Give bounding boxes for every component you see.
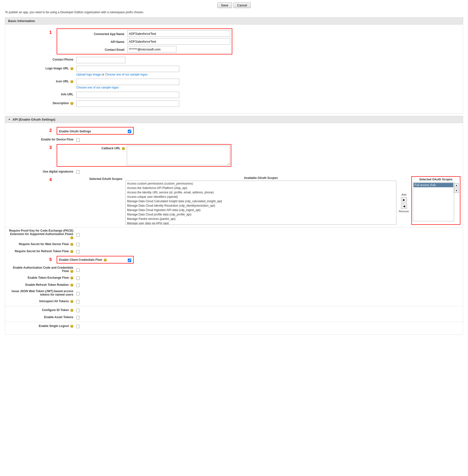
contact-phone-input[interactable] xyxy=(76,57,125,63)
icon-url-input[interactable] xyxy=(76,79,179,85)
selected-scope-item[interactable]: Full access (full) xyxy=(413,183,453,187)
device-flow-row: Enable for Device Flow xyxy=(5,137,463,142)
scope-item[interactable]: Access unique user identifiers (openid) xyxy=(126,195,396,199)
scope-scroll-down-button[interactable]: ▼ xyxy=(454,188,459,193)
basic-info-red-box: Connected App Name API Name Contact Emai… xyxy=(57,28,232,55)
basic-info-section-body: 1 Connected App Name API Name Contact Em… xyxy=(5,25,463,113)
enable-asset-checkbox[interactable] xyxy=(76,316,80,319)
introspect-all-row: Introspect All Tokens ? xyxy=(5,299,463,303)
single-logout-label: Enable Single Logout ? xyxy=(8,324,76,328)
pkce-label: Require Proof Key for Code Exchange (PKC… xyxy=(8,229,76,239)
scope-item[interactable]: Manage Data Cloud profile data (cdp_prof… xyxy=(126,212,396,217)
connected-app-name-label: Connected App Name xyxy=(58,31,127,36)
scope-item[interactable]: Manage Data Cloud Calculated Insight dat… xyxy=(126,199,396,203)
divider-3 xyxy=(5,322,463,322)
auth-code-checkbox[interactable] xyxy=(76,268,80,272)
available-scopes-title: Available OAuth Scopes xyxy=(125,176,396,180)
enable-oauth-checkbox[interactable] xyxy=(128,130,131,133)
device-flow-checkbox[interactable] xyxy=(76,138,80,142)
oauth-scopes-row: 4 Selected OAuth Scopes Available OAuth … xyxy=(5,176,463,225)
sample-logos-link-1[interactable]: Choose one of our sample logos xyxy=(105,73,147,76)
icon-url-row: Icon URL ? Choose one of our sample logo… xyxy=(5,79,463,89)
digital-signatures-checkbox[interactable] xyxy=(76,170,80,174)
token-exchange-help-icon[interactable]: ? xyxy=(70,277,73,280)
refresh-rotation-help-icon[interactable]: ? xyxy=(70,284,73,287)
remove-scope-button[interactable]: ◀ xyxy=(401,203,407,209)
collapse-triangle[interactable]: ▼ xyxy=(8,118,11,121)
logo-url-help-icon[interactable]: ? xyxy=(70,67,73,70)
require-secret-refresh-help-icon[interactable]: ? xyxy=(70,250,73,253)
issue-jwt-checkbox[interactable] xyxy=(76,292,80,295)
digital-signatures-row: Use digital signatures xyxy=(5,169,463,174)
annotation-1: 1 xyxy=(49,30,52,35)
configure-id-row: Configure ID Token ? xyxy=(5,308,463,312)
logo-url-input[interactable] xyxy=(76,66,179,72)
logo-url-label: Logo Image URL ? xyxy=(8,66,76,70)
require-secret-refresh-row: Require Secret for Refresh Token Flow ? xyxy=(5,249,463,253)
available-scopes-list[interactable]: Access custom permissions (custom_permis… xyxy=(125,181,396,225)
require-secret-web-checkbox[interactable] xyxy=(76,243,80,246)
save-button[interactable]: Save xyxy=(217,2,232,8)
token-exchange-checkbox[interactable] xyxy=(76,277,80,280)
enable-oauth-red-box: Enable OAuth Settings xyxy=(57,127,134,135)
scope-scroll-arrows: ▲ ▼ xyxy=(454,182,459,221)
require-secret-web-help-icon[interactable]: ? xyxy=(70,243,73,246)
contact-email-input[interactable] xyxy=(127,46,176,53)
description-help-icon[interactable]: ? xyxy=(70,102,73,105)
configure-id-help-icon[interactable]: ? xyxy=(70,309,73,312)
selected-scopes-area: Full access (full) ▲ ▼ xyxy=(413,182,459,221)
icon-url-help-icon[interactable]: ? xyxy=(70,80,73,83)
annotation-5: 5 xyxy=(49,257,52,262)
refresh-rotation-checkbox[interactable] xyxy=(76,284,80,287)
callback-url-help-icon[interactable]: ? xyxy=(122,147,125,150)
single-logout-help-icon[interactable]: ? xyxy=(70,325,73,328)
require-secret-refresh-checkbox[interactable] xyxy=(76,250,80,253)
refresh-rotation-label: Enable Refresh Token Rotation ? xyxy=(8,283,76,287)
divider-2 xyxy=(5,306,463,306)
pkce-checkbox[interactable] xyxy=(76,233,80,237)
pkce-help-icon[interactable]: ? xyxy=(70,236,73,239)
oauth-scopes-section: Available OAuth Scopes Access custom per… xyxy=(125,176,460,225)
api-name-input[interactable] xyxy=(127,38,230,45)
device-flow-label: Enable for Device Flow xyxy=(8,138,76,141)
configure-id-checkbox[interactable] xyxy=(76,309,80,312)
configure-id-label: Configure ID Token ? xyxy=(8,308,76,312)
sample-logos-link-2[interactable]: Choose one of our sample logos xyxy=(76,86,119,89)
add-scope-button[interactable]: ▶ xyxy=(401,197,407,202)
cancel-button[interactable]: Cancel xyxy=(234,2,251,8)
scope-item[interactable]: Manage Pardot services (pardot_api) xyxy=(126,217,396,221)
info-url-control xyxy=(76,92,460,98)
scope-item[interactable]: Manage user data via APIs (api) xyxy=(126,221,396,225)
single-logout-row: Enable Single Logout ? xyxy=(5,323,463,328)
callback-url-textarea[interactable] xyxy=(127,146,230,165)
description-label: Description ? xyxy=(8,100,76,105)
description-input[interactable] xyxy=(76,100,179,107)
upload-logo-link[interactable]: Upload logo image xyxy=(76,73,101,76)
icon-url-label: Icon URL ? xyxy=(8,79,76,83)
connected-app-name-input[interactable] xyxy=(127,30,230,37)
api-section-header: ▼ API (Enable OAuth Settings) xyxy=(5,116,463,123)
logo-url-control: Upload logo image or Choose one of our s… xyxy=(76,66,460,76)
scope-item[interactable]: Access custom permissions (custom_permis… xyxy=(126,181,396,186)
introspect-all-checkbox[interactable] xyxy=(76,300,80,303)
scope-item[interactable]: Access the identity URL service (id, pro… xyxy=(126,190,396,195)
scope-item[interactable]: Access the Salesforce API Platform (sfap… xyxy=(126,186,396,190)
scope-scroll-up-button[interactable]: ▲ xyxy=(454,183,459,187)
available-scopes-container: Available OAuth Scopes Access custom per… xyxy=(125,176,396,225)
single-logout-checkbox[interactable] xyxy=(76,325,80,328)
annotation-4: 4 xyxy=(49,177,52,182)
annotation-3: 3 xyxy=(49,145,52,150)
selected-scopes-list[interactable]: Full access (full) xyxy=(413,182,454,221)
client-credentials-help-icon[interactable]: ? xyxy=(104,259,107,262)
scope-item[interactable]: Manage Data Cloud Ingestion API data (cd… xyxy=(126,208,396,212)
issue-jwt-row: Issue JSON Web Token (JWT)-based access … xyxy=(5,290,463,296)
scope-item[interactable]: Manage Data Cloud Identity Resolution (c… xyxy=(126,203,396,208)
introspect-all-help-icon[interactable]: ? xyxy=(70,300,73,303)
api-section-body: 2 Enable OAuth Settings Enable for Devic… xyxy=(5,123,463,335)
client-credentials-checkbox[interactable] xyxy=(128,259,131,262)
contact-phone-row: Contact Phone xyxy=(5,57,463,63)
annotation-2: 2 xyxy=(49,128,52,133)
info-url-input[interactable] xyxy=(76,92,179,98)
divider-1 xyxy=(5,227,463,227)
auth-code-help-icon[interactable]: ? xyxy=(70,270,73,273)
